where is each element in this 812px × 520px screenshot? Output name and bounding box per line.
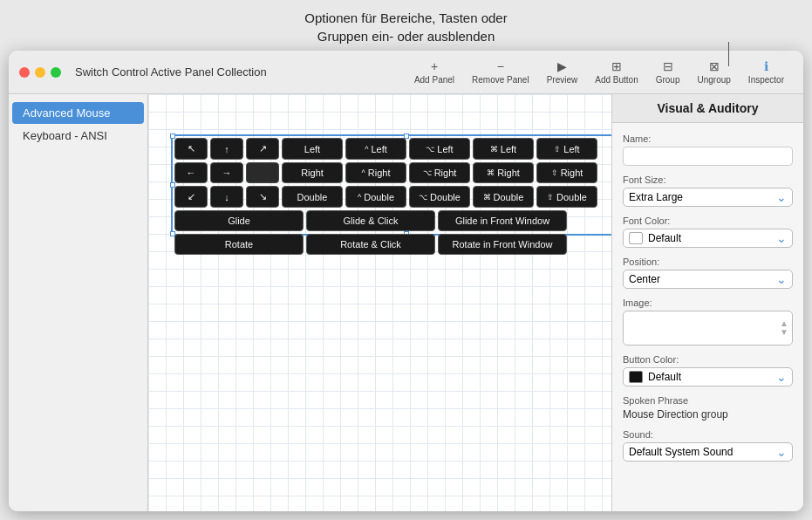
btn-up[interactable]: ↑ — [210, 138, 243, 160]
traffic-lights — [19, 67, 61, 78]
spoken-phrase-value: Mouse Direction group — [623, 408, 793, 421]
btn-ctrl-right[interactable]: ^ Right — [345, 162, 406, 183]
position-value: Center — [629, 273, 660, 285]
btn-right-arrow[interactable]: → — [210, 162, 243, 183]
btn-rotate-front[interactable]: Rotate in Front Window — [438, 234, 567, 255]
font-color-label: Font Color: — [623, 216, 793, 226]
main-window: Switch Control Active Panel Collection +… — [9, 51, 803, 511]
btn-cmd-right[interactable]: ⌘ Right — [473, 162, 534, 183]
sidebar: Advanced Mouse Keyboard - ANSI — [9, 94, 148, 511]
image-stepper-icon: ▲ ▼ — [780, 319, 788, 337]
preview-icon: ▶ — [557, 59, 567, 73]
btn-down-right[interactable]: ↘ — [246, 186, 279, 208]
add-panel-label: Add Panel — [414, 75, 454, 85]
remove-panel-icon: − — [497, 59, 504, 73]
btn-left-arrow[interactable]: ← — [174, 162, 208, 183]
btn-right[interactable]: Right — [282, 162, 343, 183]
button-row-3: ↙ ↓ ↘ Double ^ Double ⌥ Double ⌘ Double … — [174, 186, 597, 208]
btn-alt-right[interactable]: ⌥ Right — [409, 162, 470, 183]
window-title: Switch Control Active Panel Collection — [75, 65, 406, 79]
button-color-value: Default — [648, 371, 771, 383]
preview-button[interactable]: ▶ Preview — [538, 58, 587, 86]
btn-placeholder — [246, 162, 279, 183]
font-color-value: Default — [648, 232, 771, 244]
btn-glide[interactable]: Glide — [174, 210, 304, 231]
button-grid: ↖ ↑ ↗ Left ^ Left ⌥ Left ⌘ Left ⇧ Left ←… — [174, 138, 597, 255]
font-size-select[interactable]: Extra Large ⌄ — [623, 188, 793, 207]
inspector-icon: ℹ — [764, 59, 768, 73]
btn-cmd-left[interactable]: ⌘ Left — [473, 138, 534, 160]
titlebar: Switch Control Active Panel Collection +… — [9, 51, 803, 94]
remove-panel-label: Remove Panel — [472, 75, 529, 85]
btn-rotate[interactable]: Rotate — [174, 234, 304, 255]
font-color-select[interactable]: Default ⌄ — [623, 229, 793, 248]
btn-ctrl-left[interactable]: ^ Left — [345, 138, 406, 160]
group-label: Group — [656, 75, 680, 85]
spoken-phrase-label: Spoken Phrase — [623, 395, 793, 406]
btn-alt-double[interactable]: ⌥ Double — [409, 186, 470, 208]
name-label: Name: — [623, 133, 793, 144]
btn-glide-click[interactable]: Glide & Click — [306, 210, 435, 231]
position-label: Position: — [623, 257, 793, 267]
btn-double[interactable]: Double — [282, 186, 343, 208]
font-color-chevron-icon: ⌄ — [776, 231, 787, 245]
btn-down-left[interactable]: ↙ — [174, 186, 208, 208]
inspector-label: Inspector — [748, 75, 784, 85]
maximize-button[interactable] — [51, 67, 61, 78]
add-panel-icon: + — [431, 59, 438, 73]
ungroup-icon: ⊠ — [709, 59, 720, 73]
font-color-swatch — [629, 232, 643, 244]
close-button[interactable] — [19, 67, 30, 78]
font-size-label: Font Size: — [623, 174, 793, 185]
remove-panel-button[interactable]: − Remove Panel — [463, 58, 538, 86]
add-panel-button[interactable]: + Add Panel — [406, 58, 463, 86]
name-input[interactable] — [623, 147, 793, 166]
button-color-label: Button Color: — [623, 354, 793, 365]
font-size-value: Extra Large — [629, 191, 683, 203]
button-row-5: Rotate Rotate & Click Rotate in Front Wi… — [174, 234, 597, 255]
sidebar-item-keyboard-ansi[interactable]: Keyboard - ANSI — [12, 125, 144, 147]
position-select[interactable]: Center ⌄ — [623, 270, 793, 289]
btn-shift-left[interactable]: ⇧ Left — [536, 138, 597, 160]
add-button-label: Add Button — [595, 75, 638, 85]
btn-rotate-click[interactable]: Rotate & Click — [306, 234, 435, 255]
minimize-button[interactable] — [35, 67, 45, 78]
btn-alt-left[interactable]: ⌥ Left — [409, 138, 470, 160]
group-icon: ⊟ — [663, 59, 673, 73]
annotation-line1: Optionen für Bereiche, Tasten oder — [304, 10, 507, 25]
btn-glide-front[interactable]: Glide in Front Window — [438, 210, 567, 231]
btn-up-left[interactable]: ↖ — [174, 138, 208, 160]
sidebar-item-advanced-mouse[interactable]: Advanced Mouse — [12, 102, 144, 124]
preview-label: Preview — [547, 75, 578, 85]
annotation-line2: Gruppen ein- oder ausblenden — [317, 29, 495, 44]
sound-value: Default System Sound — [629, 446, 733, 458]
main-panel[interactable]: ↖ ↑ ↗ Left ^ Left ⌥ Left ⌘ Left ⇧ Left ←… — [148, 94, 611, 511]
button-row-2: ← → Right ^ Right ⌥ Right ⌘ Right ⇧ Righ… — [174, 162, 597, 183]
sound-select[interactable]: Default System Sound ⌄ — [623, 442, 793, 462]
sound-chevron-icon: ⌄ — [776, 445, 787, 459]
position-chevron-icon: ⌄ — [776, 272, 787, 286]
ungroup-button[interactable]: ⊠ Ungroup — [689, 58, 740, 86]
button-row-1: ↖ ↑ ↗ Left ^ Left ⌥ Left ⌘ Left ⇧ Left — [174, 138, 597, 160]
image-select[interactable]: ▲ ▼ — [623, 311, 793, 346]
add-button-icon: ⊞ — [611, 59, 622, 73]
toolbar: + Add Panel − Remove Panel ▶ Preview ⊞ A… — [406, 58, 793, 86]
btn-shift-right[interactable]: ⇧ Right — [536, 162, 597, 183]
btn-shift-double[interactable]: ⇧ Double — [536, 186, 597, 208]
ungroup-label: Ungroup — [698, 75, 731, 85]
button-color-select[interactable]: Default ⌄ — [623, 367, 793, 387]
button-color-swatch — [629, 371, 643, 383]
btn-left[interactable]: Left — [282, 138, 343, 160]
add-button-button[interactable]: ⊞ Add Button — [586, 58, 646, 86]
annotation-pointer-line — [728, 42, 729, 66]
btn-down[interactable]: ↓ — [210, 186, 243, 208]
group-button[interactable]: ⊟ Group — [647, 58, 689, 86]
btn-up-right[interactable]: ↗ — [246, 138, 279, 160]
btn-cmd-double[interactable]: ⌘ Double — [473, 186, 534, 208]
annotation: Optionen für Bereiche, Tasten oder Grupp… — [0, 0, 812, 51]
button-color-chevron-icon: ⌄ — [776, 370, 787, 384]
btn-ctrl-double[interactable]: ^ Double — [345, 186, 406, 208]
content-area: Advanced Mouse Keyboard - ANSI — [9, 94, 803, 511]
button-row-4: Glide Glide & Click Glide in Front Windo… — [174, 210, 597, 231]
inspector-button[interactable]: ℹ Inspector — [740, 58, 793, 86]
